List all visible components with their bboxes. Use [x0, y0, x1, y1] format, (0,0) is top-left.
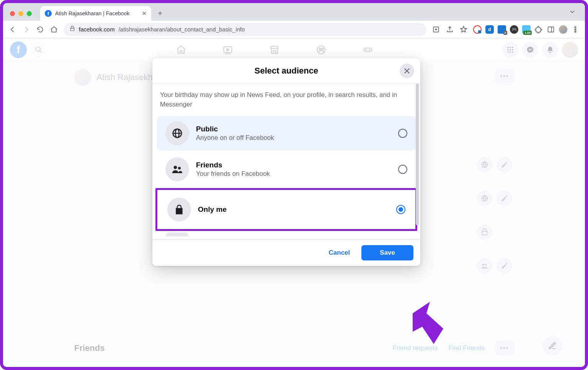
install-app-icon[interactable]: [432, 25, 440, 34]
svg-point-3: [575, 26, 576, 28]
option-subtitle: Anyone on or off Facebook: [196, 134, 391, 142]
reload-button[interactable]: [36, 25, 44, 34]
extension-icon[interactable]: 1.00: [522, 25, 531, 34]
extension-icon[interactable]: d: [485, 25, 494, 34]
dialog-description: Your birthday may show up in News Feed, …: [152, 90, 420, 115]
dialog-title: Select audience: [255, 66, 318, 76]
audience-option-public[interactable]: Public Anyone on or off Facebook: [157, 116, 416, 151]
url-host: facebook.com: [79, 26, 114, 33]
radio-button[interactable]: [398, 129, 407, 138]
url-path: /atishrajasekharan/about_contact_and_bas…: [118, 26, 245, 33]
browser-tab[interactable]: f Atish Rajasekharan | Facebook ✕: [40, 6, 151, 21]
back-button[interactable]: [8, 25, 17, 34]
option-title: Friends: [196, 161, 391, 169]
option-title: Only me: [198, 205, 389, 214]
audience-option-only-me[interactable]: Only me: [159, 192, 414, 227]
select-audience-dialog: Select audience Your birthday may show u…: [152, 58, 420, 266]
lock-icon: [70, 26, 75, 33]
annotation-highlight: Only me: [155, 188, 417, 231]
option-subtitle: Your friends on Facebook: [196, 170, 391, 178]
extension-icon[interactable]: 🎮: [510, 25, 518, 34]
browser-toolbar: facebook.com/atishrajasekharan/about_con…: [3, 21, 585, 38]
dialog-close-button[interactable]: [400, 64, 414, 78]
cancel-button[interactable]: Cancel: [322, 245, 357, 260]
tab-close-icon[interactable]: ✕: [142, 10, 147, 16]
window-close-icon[interactable]: [10, 11, 15, 16]
option-title: Public: [196, 125, 391, 133]
facebook-favicon-icon: f: [45, 10, 52, 17]
audience-option-next[interactable]: [157, 232, 416, 236]
extension-icon[interactable]: [473, 25, 482, 34]
radio-button[interactable]: [396, 205, 405, 214]
svg-rect-1: [548, 27, 554, 32]
extension-icon[interactable]: 2: [498, 25, 506, 34]
option-icon: [165, 232, 189, 236]
window-minimize-icon[interactable]: [18, 11, 23, 16]
bookmark-star-icon[interactable]: [459, 25, 468, 34]
profile-avatar-icon[interactable]: [559, 25, 567, 34]
extensions-puzzle-icon[interactable]: [534, 25, 543, 34]
forward-button[interactable]: [22, 25, 31, 34]
tab-title: Atish Rajasekharan | Facebook: [55, 10, 139, 16]
browser-chrome: f Atish Rajasekharan | Facebook ✕ + face…: [3, 3, 585, 38]
tabs-overflow-icon[interactable]: [569, 8, 576, 17]
svg-point-5: [575, 31, 576, 32]
svg-point-28: [174, 166, 177, 169]
extension-icons: d 2 🎮 1.00: [473, 25, 580, 34]
radio-button[interactable]: [398, 165, 407, 174]
address-bar[interactable]: facebook.com/atishrajasekharan/about_con…: [64, 23, 426, 36]
kebab-menu-icon[interactable]: [571, 25, 580, 34]
globe-icon: [165, 121, 189, 145]
share-icon[interactable]: [446, 25, 454, 34]
audience-option-friends[interactable]: Friends Your friends on Facebook: [157, 152, 416, 187]
svg-point-29: [178, 167, 181, 170]
window-traffic-lights: [10, 11, 32, 16]
svg-point-4: [575, 29, 576, 30]
friends-icon: [165, 157, 189, 181]
scrollbar[interactable]: [416, 83, 419, 225]
lock-icon: [167, 198, 191, 221]
side-panel-icon[interactable]: [547, 25, 555, 34]
new-tab-button[interactable]: +: [154, 8, 166, 19]
window-zoom-icon[interactable]: [27, 11, 32, 16]
save-button[interactable]: Save: [361, 245, 413, 260]
home-button[interactable]: [50, 25, 58, 34]
